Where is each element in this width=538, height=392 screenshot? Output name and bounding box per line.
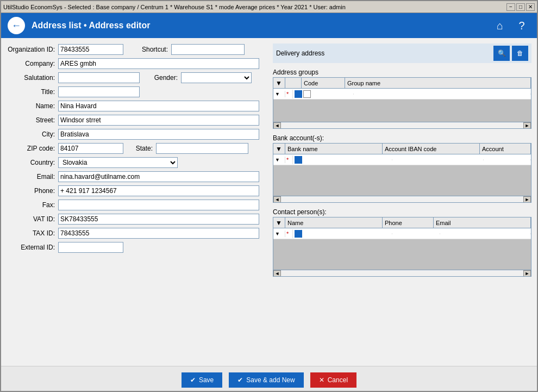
bank-accounts-scrollbar[interactable]: ◄ ► xyxy=(273,196,531,202)
ba-row-dropdown-icon: ▼ xyxy=(275,157,280,163)
title-bar-text: UtilStudio EconomSys - Selected : Base c… xyxy=(3,4,346,10)
bank-accounts-title: Bank account(-s): xyxy=(273,134,531,142)
address-groups-section: Address groups ▼ Code Group name ▼ * xyxy=(273,67,531,129)
vat-row: VAT ID: xyxy=(7,213,267,225)
gender-select[interactable] xyxy=(181,72,252,83)
cp-col-name: Name xyxy=(285,217,383,228)
row-dropdown-icon: ▼ xyxy=(275,91,280,97)
cp-row-indicator: * xyxy=(286,231,289,237)
save-button[interactable]: ✔ Save xyxy=(182,372,222,388)
bottom-bar: ✔ Save ✔ Save & add New ✕ Cancel xyxy=(1,366,537,392)
salutation-row: Salutation: Gender: xyxy=(7,72,267,84)
title-label: Title: xyxy=(7,88,58,96)
name-row: Name: xyxy=(7,100,267,112)
address-groups-title: Address groups xyxy=(273,69,531,76)
cp-col-email: Email xyxy=(434,217,531,228)
external-id-row: External ID: xyxy=(7,241,267,253)
company-input[interactable] xyxy=(58,58,259,69)
ba-row-iban[interactable] xyxy=(392,159,483,160)
maximize-button[interactable]: □ xyxy=(516,3,525,11)
delivery-buttons: 🔍 🗑 xyxy=(493,46,528,61)
cp-row-name[interactable] xyxy=(302,233,392,234)
gender-label: Gender: xyxy=(148,74,181,82)
org-id-input[interactable] xyxy=(58,44,123,55)
fax-input[interactable] xyxy=(58,200,259,210)
address-groups-grid: ▼ Code Group name ▼ * xyxy=(273,77,531,129)
minimize-button[interactable]: − xyxy=(506,3,515,11)
cp-row-email[interactable] xyxy=(440,233,531,234)
fax-row: Fax: xyxy=(7,199,267,211)
blue-square-icon xyxy=(295,90,302,98)
cp-scrollbar-track[interactable] xyxy=(281,270,523,276)
cp-col-phone: Phone xyxy=(383,217,434,228)
cp-scrollbar-left[interactable]: ◄ xyxy=(273,270,281,277)
ba-scrollbar-left[interactable]: ◄ xyxy=(273,196,281,203)
shortcut-label: Shortcut: xyxy=(133,46,171,53)
delivery-section: Delivery address 🔍 🗑 xyxy=(273,43,531,63)
salutation-input[interactable] xyxy=(58,72,140,83)
back-button[interactable]: ← xyxy=(8,17,25,34)
state-input[interactable] xyxy=(156,143,248,154)
scrollbar-track[interactable] xyxy=(281,122,523,128)
save-label: Save xyxy=(199,376,214,384)
shortcut-input[interactable] xyxy=(171,44,245,55)
street-input[interactable] xyxy=(58,115,259,126)
address-groups-body xyxy=(273,99,531,122)
scrollbar-left[interactable]: ◄ xyxy=(273,122,281,129)
external-id-input[interactable] xyxy=(58,242,123,253)
city-input[interactable] xyxy=(58,129,259,140)
delivery-search-button[interactable]: 🔍 xyxy=(493,46,510,61)
name-input[interactable] xyxy=(58,101,259,111)
ba-row-bankname[interactable] xyxy=(302,159,392,160)
title-input[interactable] xyxy=(58,86,140,97)
ba-row-indicator: * xyxy=(285,155,293,164)
save-add-new-button[interactable]: ✔ Save & add New xyxy=(229,372,303,388)
country-select[interactable]: Slovakia xyxy=(58,157,178,168)
ba-scrollbar-right[interactable]: ► xyxy=(523,196,531,203)
cp-row-indicator: * xyxy=(285,229,293,238)
email-input[interactable] xyxy=(58,171,259,182)
delivery-delete-button[interactable]: 🗑 xyxy=(512,46,528,61)
ag-row-groupname[interactable] xyxy=(354,94,531,95)
org-id-row: Organization ID: Shortcut: xyxy=(7,43,267,55)
tax-id-input[interactable] xyxy=(58,228,259,239)
ba-dropdown-arrow-icon: ▼ xyxy=(276,145,282,153)
cp-row-dropdown: ▼ xyxy=(273,231,285,237)
phone-input[interactable] xyxy=(58,185,259,196)
contacts-scrollbar[interactable]: ◄ ► xyxy=(273,270,531,276)
salutation-label: Salutation: xyxy=(7,74,58,82)
contacts-section: Contact person(s): ▼ Name Phone Email ▼ … xyxy=(273,207,531,277)
ba-row-blue-sq[interactable] xyxy=(293,155,302,164)
ag-row-code[interactable] xyxy=(310,94,354,95)
search-icon: 🔍 xyxy=(498,49,506,57)
vat-id-input[interactable] xyxy=(58,214,259,225)
scrollbar-right[interactable]: ► xyxy=(523,122,531,129)
help-button[interactable]: ? xyxy=(513,17,530,34)
close-button[interactable]: ✕ xyxy=(526,3,535,11)
ba-col-dropdown: ▼ xyxy=(273,144,285,154)
tax-row: TAX ID: xyxy=(7,227,267,239)
save-add-check-icon: ✔ xyxy=(237,376,243,384)
address-groups-new-row: ▼ * xyxy=(273,89,531,99)
ba-row-account[interactable] xyxy=(484,159,531,160)
cp-row-blue-sq[interactable] xyxy=(293,229,302,238)
save-add-new-label: Save & add New xyxy=(246,376,295,384)
cancel-button[interactable]: ✕ Cancel xyxy=(310,372,356,388)
right-panel: Delivery address 🔍 🗑 Address groups ▼ xyxy=(273,43,531,360)
title-row: Title: xyxy=(7,86,267,98)
ba-col-iban: Account IBAN code xyxy=(383,144,480,154)
ag-row-indicator: * xyxy=(285,90,293,98)
home-button[interactable]: ⌂ xyxy=(491,17,509,34)
zip-input[interactable] xyxy=(58,143,123,154)
ag-row-blue-sq[interactable] xyxy=(293,90,302,98)
ba-scrollbar-track[interactable] xyxy=(281,196,523,202)
cp-row-phone[interactable] xyxy=(392,233,440,234)
address-groups-scrollbar[interactable]: ◄ ► xyxy=(273,122,531,128)
ag-row-white-sq[interactable] xyxy=(302,90,310,98)
bank-accounts-grid: ▼ Bank name Account IBAN code Account ▼ … xyxy=(273,143,531,203)
main-content: Organization ID: Shortcut: Company: Salu… xyxy=(1,38,537,366)
ag-col-dropdown: ▼ xyxy=(273,78,285,88)
company-row: Company: xyxy=(7,58,267,70)
cp-scrollbar-right[interactable]: ► xyxy=(523,270,531,277)
left-panel: Organization ID: Shortcut: Company: Salu… xyxy=(7,43,267,360)
